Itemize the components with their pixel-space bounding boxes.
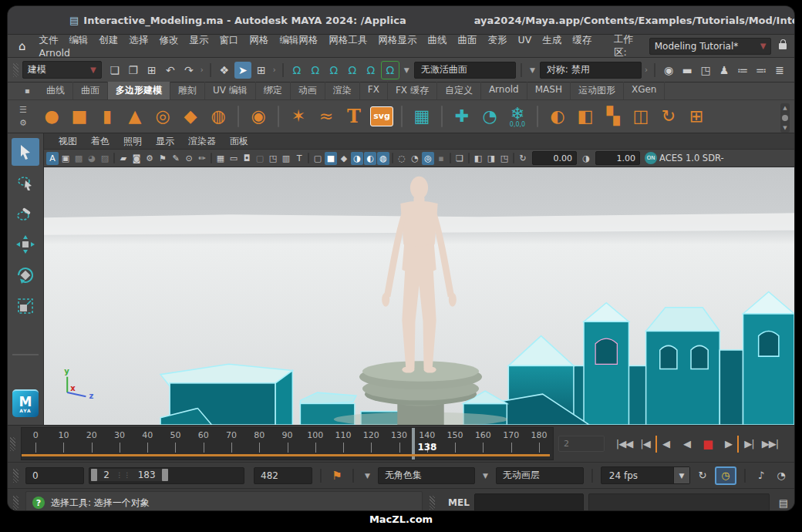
quad-draw-icon[interactable]: ◐ — [544, 103, 571, 130]
platonic-solid-icon[interactable]: ◉ — [245, 103, 271, 130]
grease-pencil-icon[interactable]: ✎ — [170, 152, 182, 165]
snapshot-icon[interactable]: ◳ — [498, 152, 511, 165]
panel-menu-show[interactable]: 显示 — [149, 134, 181, 149]
grid-icon[interactable]: ▦ — [214, 152, 227, 165]
type-tool-icon[interactable]: T — [341, 103, 367, 130]
snap-to-points-icon[interactable]: Ω — [325, 62, 342, 79]
go-to-start-button[interactable]: |◀◀ — [614, 436, 635, 453]
chevron-down-icon[interactable]: ▼ — [483, 472, 488, 480]
shelf-tab-arnold[interactable]: Arnold — [481, 82, 527, 99]
step-back-frame-button[interactable]: |◀ — [635, 436, 655, 453]
snap-to-view-planes-icon[interactable]: Ω — [362, 62, 379, 79]
animation-end-field[interactable]: 482 — [254, 467, 312, 484]
separate-icon[interactable]: ▚ — [600, 103, 626, 130]
shaded-display-icon[interactable]: ■ — [325, 152, 337, 165]
poly-plane-icon[interactable]: ◆ — [177, 103, 204, 130]
textured-display-icon[interactable]: ◆ — [338, 152, 350, 165]
menu-arnold[interactable]: Arnold — [34, 45, 76, 61]
zoom-region-icon[interactable]: ⊙ — [183, 152, 195, 165]
shelf-tab-rendering[interactable]: 渲染 — [325, 82, 360, 99]
outliner-icon[interactable]: ≕ — [753, 62, 770, 79]
drag-handle[interactable] — [10, 437, 15, 451]
isolate-select-icon[interactable]: ❏ — [453, 152, 466, 165]
shelf-tab-surfaces[interactable]: 曲面 — [73, 82, 108, 99]
drag-handle[interactable] — [13, 469, 19, 483]
symmetry-field[interactable]: 对称: 禁用 — [540, 62, 642, 79]
shelf-tab-motion-graphics[interactable]: 运动图形 — [571, 82, 624, 99]
shelf-tab-sculpting[interactable]: 雕刻 — [170, 82, 205, 99]
select-component-mode-icon[interactable]: ⊞ — [253, 62, 270, 79]
snap-to-grids-icon[interactable]: Ω — [288, 62, 305, 79]
annotate-icon[interactable]: ✏ — [196, 152, 208, 165]
shelf-menu-icon[interactable]: ☰ — [19, 105, 27, 115]
shelf-tab-fx-caching[interactable]: FX 缓存 — [388, 82, 437, 99]
animation-preferences-button[interactable]: ◔ — [773, 468, 789, 483]
poly-cone-icon[interactable]: ▲ — [122, 103, 148, 130]
mute-button[interactable]: ♪ — [753, 468, 769, 483]
film-gate-icon[interactable]: ▭ — [227, 152, 240, 165]
paste-view-icon[interactable]: ◨ — [485, 152, 497, 165]
selection-highlighting-icon[interactable]: ▣ — [59, 152, 72, 165]
sweep-mesh-icon[interactable]: ▦ — [409, 103, 435, 130]
viewport-3d-canvas[interactable]: y x z — [44, 167, 794, 425]
timeline-ruler[interactable]: 0102030405060708090100110120130140150160… — [21, 427, 554, 460]
combine-icon[interactable]: ◧ — [572, 103, 598, 130]
lock-camera-icon[interactable]: ◙ — [130, 152, 143, 165]
shelf-scrollbar[interactable]: ▲ ▼ — [780, 103, 790, 133]
select-camera-icon[interactable]: ▰ — [117, 152, 130, 165]
scale-tool[interactable] — [12, 292, 39, 320]
mel-input-field[interactable] — [474, 493, 584, 510]
mel-label[interactable]: MEL — [448, 497, 470, 508]
delete-history-icon[interactable]: ◔ — [477, 103, 503, 130]
shelf-tab-uv-editing[interactable]: UV 编辑 — [205, 82, 256, 99]
panel-menu-panels[interactable]: 面板 — [223, 134, 255, 149]
select-tool[interactable] — [12, 138, 39, 166]
shadows-icon[interactable]: ◐ — [364, 152, 376, 165]
lasso-select-tool[interactable] — [12, 169, 39, 197]
range-active-region[interactable]: 2 ⋮⋮ 183 — [91, 469, 168, 481]
shelf-tab-xgen[interactable]: XGen — [624, 82, 666, 99]
display-layers-icon[interactable]: ≣ — [771, 62, 788, 79]
texture-view-icon[interactable]: T — [293, 152, 305, 165]
chevron-down-icon[interactable]: ▼ — [365, 472, 370, 480]
make-object-live-icon[interactable]: Ω — [381, 61, 399, 79]
move-tool[interactable] — [12, 231, 39, 258]
snap-to-curves-icon[interactable]: Ω — [307, 62, 324, 79]
animation-start-field[interactable]: 0 — [25, 467, 84, 484]
select-object-mode-icon[interactable]: ➤ — [234, 62, 251, 79]
undo-icon[interactable]: ↶ — [162, 62, 179, 79]
color-management-icon[interactable]: A — [46, 152, 59, 165]
poly-torus-icon[interactable]: ◎ — [150, 103, 176, 130]
go-to-end-button[interactable]: ▶▶| — [760, 436, 780, 453]
range-slider[interactable]: 2 ⋮⋮ 183 — [89, 467, 244, 484]
image-plane-icon[interactable]: ▥ — [280, 152, 292, 165]
copy-view-icon[interactable]: ◧ — [472, 152, 484, 165]
step-back-key-button[interactable]: ◀ — [655, 436, 676, 453]
shelf-tab-poly-modeling[interactable]: 多边形建模 — [108, 82, 170, 99]
shelf-tab-custom[interactable]: 自定义 — [437, 82, 481, 99]
redo-icon[interactable]: ↷ — [180, 62, 197, 79]
helix-icon[interactable]: ≈ — [313, 103, 339, 130]
save-scene-icon[interactable]: ⊞ — [143, 62, 160, 79]
render-view-icon[interactable]: ◉ — [660, 62, 677, 79]
wireframe-on-shaded-icon[interactable]: ◍ — [377, 152, 389, 165]
open-scene-icon[interactable]: ❐ — [125, 62, 142, 79]
exposure-icon[interactable]: ↻ — [517, 152, 529, 165]
playback-aux-field[interactable]: 2 — [558, 436, 605, 452]
camera-attributes-icon[interactable]: ⚙ — [143, 152, 156, 165]
range-end-handle[interactable] — [162, 469, 168, 481]
motion-blur-icon[interactable]: ◔ — [409, 152, 421, 165]
scroll-down-icon[interactable]: ▼ — [783, 125, 787, 131]
stop-button[interactable]: ■ — [697, 436, 718, 453]
chevron-down-icon[interactable]: ▼ — [404, 66, 409, 74]
live-surface-field[interactable]: 无激活曲面 — [414, 62, 516, 79]
use-all-lights-icon[interactable]: ◑ — [351, 152, 363, 165]
chevron-down-icon[interactable]: ▼ — [530, 66, 535, 74]
play-backwards-button[interactable]: ◀ — [676, 436, 697, 453]
field-chart-icon[interactable]: ◳ — [267, 152, 279, 165]
shelf-tab-fx[interactable]: FX — [360, 82, 388, 99]
cached-playback-toggle[interactable]: ◷ — [715, 466, 736, 485]
freeze-transform-icon[interactable]: ❄0,0,0 — [504, 103, 531, 130]
wireframe-display-icon[interactable]: ▢ — [312, 152, 324, 165]
drag-handle[interactable] — [13, 496, 19, 510]
